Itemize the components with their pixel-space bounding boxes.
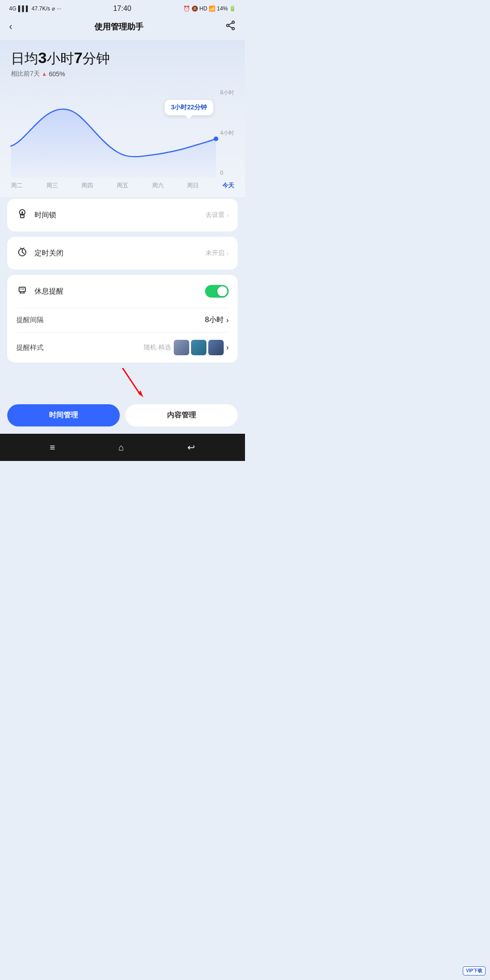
red-arrow-annotation [7,368,238,404]
day-sun: 周日 [187,181,199,190]
style-thumb-2 [191,340,206,355]
day-today: 今天 [222,181,234,190]
style-thumb-1 [174,340,189,355]
time-management-tab[interactable]: 时间管理 [7,404,120,426]
svg-line-12 [22,252,24,254]
reminder-interval-row[interactable]: 提醒间隔 8小时 › [7,308,238,332]
daily-average-title: 日均3小时7分钟 [11,49,234,68]
speed-label: 47.7K/s [32,5,50,12]
time-lock-action: 去设置 [206,211,225,219]
rest-reminder-left: 休息提醒 [16,284,64,299]
page-title: 使用管理助手 [94,21,143,32]
trend-arrow-icon: ▲ [42,71,47,77]
stats-prefix: 日均 [11,51,38,66]
content-management-tab[interactable]: 内容管理 [125,404,238,426]
scheduled-off-status: 未开启 [206,249,225,257]
header: ‹ 使用管理助手 [0,15,245,40]
reminder-style-chevron-icon: › [226,343,229,352]
signal-bars: ▌▌▌ [18,5,30,12]
mute-icon: 🔕 [191,5,198,12]
main-content: 日均3小时7分钟 相比前7天 ▲ 605% 8小时 4小时 0 3小时22分钟 [0,40,245,197]
scheduled-off-left: 定时关闭 [16,246,64,260]
day-sat: 周六 [152,181,164,190]
scheduled-off-row[interactable]: 定时关闭 未开启 › [7,237,238,270]
wifi-icon: 📶 [209,5,216,12]
day-wed: 周三 [46,181,58,190]
stats-hours-label: 小时 [47,51,74,66]
comparison-text: 相比前7天 [11,70,40,78]
y-label-8h: 8小时 [220,89,234,97]
time-lock-left: 时间锁 [16,208,56,222]
y-label-4h: 4小时 [220,129,234,137]
trend-percent: 605% [49,70,65,78]
svg-rect-15 [19,287,25,292]
time-lock-row[interactable]: 时间锁 去设置 › [7,199,238,231]
back-button[interactable]: ‹ [9,21,12,33]
battery-label: 14% [217,5,228,12]
y-label-0: 0 [220,170,234,176]
status-time: 17:40 [113,5,131,13]
style-preview-thumbnails [174,340,224,355]
reminder-style-right: 随机·精选 › [144,340,229,355]
rest-reminder-toggle-wrap [205,285,229,298]
bottom-tabs: 时间管理 内容管理 [0,404,245,434]
reminder-style-label: 提醒样式 [16,343,44,352]
network-label: 4G [9,5,16,12]
time-lock-icon [16,208,28,222]
stats-minutes-label: 分钟 [83,51,110,66]
time-lock-right: 去设置 › [206,211,229,219]
usage-chart: 8小时 4小时 0 3小时22分钟 [11,87,234,178]
scheduled-off-right: 未开启 › [206,249,229,257]
rest-reminder-card: 休息提醒 提醒间隔 8小时 › 提醒样式 随机·精选 [7,275,238,363]
chart-y-labels: 8小时 4小时 0 [220,87,234,178]
scheduled-off-card: 定时关闭 未开启 › [7,237,238,270]
reminder-interval-chevron-icon: › [226,316,229,324]
nav-home-icon[interactable]: ⌂ [118,442,124,453]
nav-bar: ≡ ⌂ ↩ [0,434,245,461]
svg-line-14 [23,248,24,249]
status-right: ⏰ 🔕 HD 📶 14% 🔋 [183,5,236,12]
chart-x-labels: 周二 周三 周四 周五 周六 周日 今天 [11,178,234,197]
chart-svg-wrapper [11,87,216,178]
time-lock-card: 时间锁 去设置 › [7,199,238,231]
style-thumb-3 [208,340,224,355]
status-left: 4G ▌▌▌ 47.7K/s ⌀ ··· [9,5,61,12]
nav-back-icon[interactable]: ↩ [187,442,195,453]
hd-label: HD [200,5,207,12]
time-lock-label: 时间锁 [34,211,56,220]
battery-icon: 🔋 [229,5,236,12]
day-thu: 周四 [81,181,93,190]
svg-point-8 [21,211,23,213]
rest-reminder-toggle[interactable] [205,285,229,298]
stats-comparison: 相比前7天 ▲ 605% [11,70,234,78]
day-fri: 周五 [117,181,128,190]
scheduled-off-chevron-icon: › [226,250,229,257]
reminder-interval-label: 提醒间隔 [16,316,44,324]
rest-reminder-row[interactable]: 休息提醒 [7,275,238,308]
reminder-style-row[interactable]: 提醒样式 随机·精选 › [7,333,238,363]
line-chart-svg [11,87,216,178]
toggle-knob [217,286,227,296]
svg-point-5 [214,137,218,141]
reminder-interval-right: 8小时 › [205,315,229,325]
day-tue: 周二 [11,181,23,190]
nav-menu-icon[interactable]: ≡ [50,442,55,453]
stats-minutes: 7 [74,49,83,66]
reminder-style-value: 随机·精选 [144,343,171,352]
scheduled-off-label: 定时关闭 [34,249,64,258]
usb-icon: ⌀ [52,5,55,12]
status-bar: 4G ▌▌▌ 47.7K/s ⌀ ··· 17:40 ⏰ 🔕 HD 📶 14% … [0,0,245,15]
svg-line-4 [229,26,232,28]
share-button[interactable] [225,20,236,34]
annotation-area [7,368,238,404]
svg-line-21 [122,368,141,395]
alarm-icon: ⏰ [183,5,190,12]
dots-label: ··· [57,5,61,12]
reminder-interval-value: 8小时 [205,315,224,325]
cards-section: 时间锁 去设置 › 定时关闭 [0,199,245,363]
svg-line-13 [20,248,21,249]
rest-reminder-icon [16,284,28,299]
time-lock-chevron-icon: › [226,211,229,219]
svg-line-3 [229,23,232,25]
scheduled-off-icon [16,246,28,260]
